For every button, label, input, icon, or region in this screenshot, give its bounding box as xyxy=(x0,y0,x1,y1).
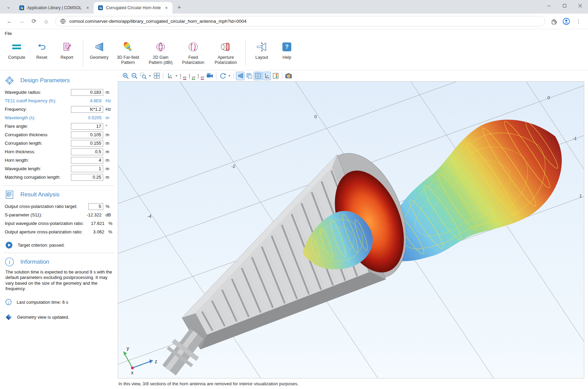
color-legend-toggle[interactable] xyxy=(271,72,280,80)
compute-button[interactable]: Compute xyxy=(4,39,29,61)
tick-label: 0 xyxy=(314,114,317,119)
tab-close-icon[interactable]: × xyxy=(85,5,90,11)
param-row: Horn thickness: m xyxy=(0,147,118,156)
design-parameters-icon xyxy=(5,76,14,85)
ribbon-separator xyxy=(83,40,83,67)
browser-menu-icon[interactable]: ⋮ xyxy=(573,16,584,27)
layout-button[interactable]: Layout xyxy=(249,39,274,61)
report-button[interactable]: Report xyxy=(54,39,79,61)
compute-icon xyxy=(12,39,21,54)
far-field-button[interactable]: 3D Far-field Pattern xyxy=(112,39,144,66)
result-row: Output aperture cross-polarization ratio… xyxy=(0,228,118,236)
tab-horn-antenna[interactable]: Corrugated Circular Horn Anten × xyxy=(94,2,172,14)
new-tab-button[interactable]: + xyxy=(174,3,184,12)
aperture-polarization-icon xyxy=(220,39,232,54)
geometry-updated-status: Geometry view is updated. xyxy=(0,314,118,320)
view-yz-button[interactable]: yz xyxy=(188,72,196,80)
report-icon xyxy=(62,39,72,54)
matching-corrugation-length-input[interactable] xyxy=(71,174,103,181)
zoom-box-caret[interactable]: ▾ xyxy=(148,74,152,77)
toolbar-separator xyxy=(234,73,234,79)
input-cross-pol-value: 17.621 xyxy=(84,221,106,226)
show-axes-toggle[interactable] xyxy=(262,72,271,80)
graphics-canvas[interactable]: 0 -2 -4 0 -1 1 xyxy=(118,81,584,378)
screenshot-icon[interactable] xyxy=(284,72,293,80)
feed-polarization-button[interactable]: Feed Polarization xyxy=(177,39,209,66)
tab-title: Application Library | COMSOL S xyxy=(27,5,82,10)
minimize-button[interactable] xyxy=(541,0,557,12)
tick-label: -1 xyxy=(573,136,577,141)
site-info-icon[interactable] xyxy=(60,18,66,24)
aperture-polarization-button[interactable]: Aperture Polarization xyxy=(209,39,242,66)
back-button[interactable]: ← xyxy=(4,16,15,27)
app-menubar: File xyxy=(0,29,588,37)
result-analysis-header: Result Analysis xyxy=(0,190,118,199)
help-button[interactable]: ? Help xyxy=(274,39,299,61)
gain-pattern-icon xyxy=(155,39,166,54)
comsol-favicon xyxy=(19,5,24,11)
param-row: Horn length: m xyxy=(0,156,118,164)
feed-polarization-icon xyxy=(188,39,199,54)
show-geometry-toggle[interactable] xyxy=(236,72,244,80)
tab-close-icon[interactable]: × xyxy=(164,5,169,11)
default-view-caret[interactable]: ▾ xyxy=(174,74,179,77)
zoom-box-icon[interactable] xyxy=(139,72,147,80)
profile-avatar[interactable] xyxy=(561,16,572,27)
param-row-readonly: TE11 cutoff frequency (fc): 4.8E8 Hz xyxy=(0,96,118,105)
forward-button[interactable]: → xyxy=(16,16,27,27)
tick-label: 0 xyxy=(547,95,550,100)
horn-length-input[interactable] xyxy=(71,157,103,164)
output-cross-pol-value: 3.062 xyxy=(82,229,106,234)
gain-pattern-button[interactable]: 2D Gain Pattern (dBi) xyxy=(144,39,177,66)
waveguide-radius-input[interactable] xyxy=(71,89,103,96)
browser-navbar: ← → ⟳ ⌂ comsol.com/server-demo/app/libra… xyxy=(0,14,588,29)
reset-button[interactable]: Reset xyxy=(29,39,54,61)
section-title: Result Analysis xyxy=(20,191,59,198)
home-button[interactable]: ⌂ xyxy=(41,16,52,27)
ribbon-separator xyxy=(245,40,246,67)
zoom-out-icon[interactable] xyxy=(130,72,139,80)
wavelength-value: 0.5205 xyxy=(69,115,103,120)
close-window-button[interactable] xyxy=(572,0,588,12)
far-field-pattern-icon xyxy=(122,39,134,54)
geometry-diamond-icon xyxy=(5,314,12,320)
corrugation-length-input[interactable] xyxy=(71,140,103,147)
waveguide-length-input[interactable] xyxy=(71,165,103,172)
rotate-icon[interactable] xyxy=(218,72,227,80)
app-ribbon: Compute Reset Report xyxy=(0,37,588,70)
zoom-extents-icon[interactable] xyxy=(152,72,161,80)
default-view-icon[interactable] xyxy=(165,72,174,80)
toolbar-separator xyxy=(282,73,282,79)
result-row: Input waveguide cross-polarization ratio… xyxy=(0,219,118,228)
tab-search-icon[interactable]: ⌄ xyxy=(3,1,14,13)
tab-title: Corrugated Circular Horn Anten xyxy=(106,5,161,10)
zoom-in-icon[interactable] xyxy=(121,72,130,80)
information-header: i Information xyxy=(0,257,118,267)
tab-application-library[interactable]: Application Library | COMSOL S × xyxy=(15,2,94,14)
info-circle-icon: i xyxy=(5,299,12,305)
url-bar[interactable]: comsol.com/server-demo/app/library_corru… xyxy=(55,16,545,26)
frequency-input[interactable] xyxy=(71,106,103,113)
scene-camera-icon[interactable] xyxy=(205,72,214,80)
show-grid-toggle[interactable] xyxy=(254,72,262,80)
corrugation-thickness-input[interactable] xyxy=(71,131,103,138)
horn-thickness-input[interactable] xyxy=(71,148,103,155)
extensions-icon[interactable] xyxy=(549,16,559,27)
geometry-button[interactable]: Geometry xyxy=(87,39,112,61)
graphics-toolbar: ▾ ▾ xy yz xyxy=(118,70,588,81)
result-analysis-icon xyxy=(5,190,14,199)
flare-angle-input[interactable] xyxy=(71,123,103,130)
play-icon xyxy=(5,242,13,249)
section-title: Design Parameters xyxy=(20,77,70,84)
maximize-button[interactable] xyxy=(557,0,572,12)
svg-text:i: i xyxy=(9,259,10,265)
cross-polarization-target-input[interactable] xyxy=(88,203,103,210)
view-xz-button[interactable]: xz xyxy=(197,72,205,80)
param-row: Flare angle: ° xyxy=(0,122,118,130)
svg-text:i: i xyxy=(8,300,9,304)
rotate-caret[interactable]: ▾ xyxy=(227,74,232,77)
reload-button[interactable]: ⟳ xyxy=(29,16,39,27)
file-menu[interactable]: File xyxy=(5,31,12,36)
view-xy-button[interactable]: xy xyxy=(179,72,187,80)
transparency-icon[interactable] xyxy=(245,72,253,80)
